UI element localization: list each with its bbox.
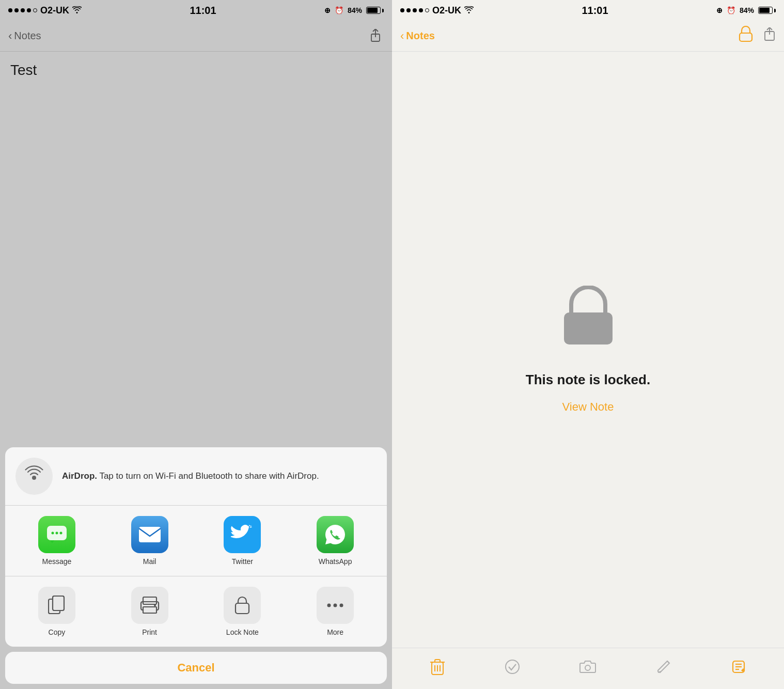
dot4 (27, 8, 31, 12)
time-right: 11:01 (582, 5, 608, 17)
svg-point-17 (340, 604, 343, 607)
signal-dots-right (400, 8, 429, 12)
svg-point-16 (334, 604, 337, 607)
wifi-icon-right (464, 5, 474, 16)
svg-point-4 (51, 532, 54, 535)
back-arrow-right: ‹ (400, 29, 404, 43)
svg-point-6 (59, 532, 62, 535)
battery-pct-left: 84% (348, 6, 362, 14)
lock-status-icon-r: ⊕ (716, 6, 723, 14)
back-button-right[interactable]: ‹ Notes (400, 29, 435, 43)
svg-rect-12 (143, 607, 156, 613)
checkmark-button[interactable] (505, 659, 520, 678)
bottom-toolbar (392, 648, 784, 689)
app-mail[interactable]: Mail (131, 516, 168, 566)
large-lock-icon (560, 286, 617, 359)
pen-button[interactable] (656, 659, 671, 678)
time-left: 11:01 (190, 5, 216, 17)
battery-right (758, 7, 776, 14)
right-panel: O2-UK 11:01 ⊕ ⏰ 84% (392, 0, 784, 689)
share-nav-icon[interactable] (763, 27, 776, 45)
print-action-icon (131, 587, 168, 624)
svg-rect-14 (236, 603, 249, 614)
left-nav-bar: ‹ Notes (0, 21, 392, 52)
rdot4 (419, 8, 423, 12)
action-more[interactable]: More (317, 587, 354, 636)
camera-button[interactable] (579, 660, 597, 678)
signal-dots (8, 8, 37, 12)
trash-button[interactable] (430, 658, 445, 679)
svg-point-5 (55, 532, 58, 535)
right-nav-icons (739, 26, 776, 46)
lock-note-label: Lock Note (226, 628, 259, 636)
rdot3 (413, 8, 417, 12)
left-panel: O2-UK 11:01 ⊕ ⏰ 84% (0, 0, 392, 689)
app-twitter[interactable]: Twitter (224, 516, 261, 566)
carrier-left: O2-UK (40, 5, 69, 16)
airdrop-section[interactable]: AirDrop. Tap to turn on Wi-Fi and Blueto… (5, 447, 387, 506)
svg-line-30 (667, 661, 669, 663)
rdot5 (425, 8, 429, 12)
note-title: Test (10, 62, 382, 79)
alarm-icon-r: ⏰ (727, 6, 735, 14)
share-icon (369, 29, 382, 43)
alarm-icon: ⏰ (335, 6, 343, 14)
svg-rect-10 (143, 597, 156, 604)
copy-action-icon (38, 587, 75, 624)
locked-content: This note is locked. View Note (392, 52, 784, 648)
svg-rect-18 (740, 33, 752, 41)
back-label-left: Notes (14, 30, 41, 42)
back-button-left[interactable]: ‹ Notes (8, 29, 41, 43)
status-right-left: ⊕ ⏰ 84% (324, 6, 384, 14)
whatsapp-label: WhatsApp (319, 557, 352, 566)
lock-nav-icon[interactable] (739, 26, 753, 46)
action-copy[interactable]: Copy (38, 587, 75, 636)
right-status-bar: O2-UK 11:01 ⊕ ⏰ 84% (392, 0, 784, 21)
dot5 (33, 8, 37, 12)
svg-point-27 (506, 660, 519, 674)
back-label-right: Notes (406, 30, 435, 42)
rdot2 (406, 8, 411, 12)
action-lock-note[interactable]: Lock Note (224, 587, 261, 636)
status-left: O2-UK (8, 5, 82, 16)
cancel-button[interactable]: Cancel (5, 652, 387, 684)
messages-label: Message (42, 557, 71, 566)
apps-row: Message Mail (5, 506, 387, 576)
mail-label: Mail (143, 557, 156, 566)
app-whatsapp[interactable]: WhatsApp (317, 516, 354, 566)
twitter-icon (224, 516, 261, 553)
share-sheet: AirDrop. Tap to turn on Wi-Fi and Blueto… (0, 447, 392, 689)
status-left-right: O2-UK (400, 5, 474, 16)
airdrop-radio-icon (23, 465, 45, 487)
locked-title: This note is locked. (526, 372, 650, 388)
dot3 (21, 8, 25, 12)
print-label: Print (142, 628, 157, 636)
more-label: More (327, 628, 343, 636)
action-print[interactable]: Print (131, 587, 168, 636)
wifi-icon-left (72, 5, 82, 16)
cancel-label: Cancel (177, 661, 214, 674)
svg-rect-7 (139, 527, 161, 542)
share-card: AirDrop. Tap to turn on Wi-Fi and Blueto… (5, 447, 387, 647)
whatsapp-icon (317, 516, 354, 553)
mail-icon (131, 516, 168, 553)
airdrop-icon (15, 458, 53, 495)
copy-label: Copy (49, 628, 66, 636)
svg-rect-9 (53, 596, 64, 610)
svg-point-13 (154, 604, 156, 606)
share-button[interactable] (367, 28, 384, 44)
edit-button[interactable] (731, 659, 746, 678)
view-note-button[interactable]: View Note (562, 400, 614, 414)
dot1 (8, 8, 12, 12)
status-right-right: ⊕ ⏰ 84% (716, 6, 776, 14)
carrier-right: O2-UK (432, 5, 461, 16)
messages-icon (38, 516, 75, 553)
svg-rect-21 (564, 312, 613, 344)
actions-row: Copy Print (5, 576, 387, 647)
battery-pct-right: 84% (740, 6, 754, 14)
app-message[interactable]: Message (38, 516, 75, 566)
right-nav-bar: ‹ Notes (392, 21, 784, 52)
airdrop-desc-text: Tap to turn on Wi-Fi and Bluetooth to sh… (97, 471, 319, 481)
back-arrow-left: ‹ (8, 29, 12, 43)
svg-point-2 (32, 476, 36, 480)
